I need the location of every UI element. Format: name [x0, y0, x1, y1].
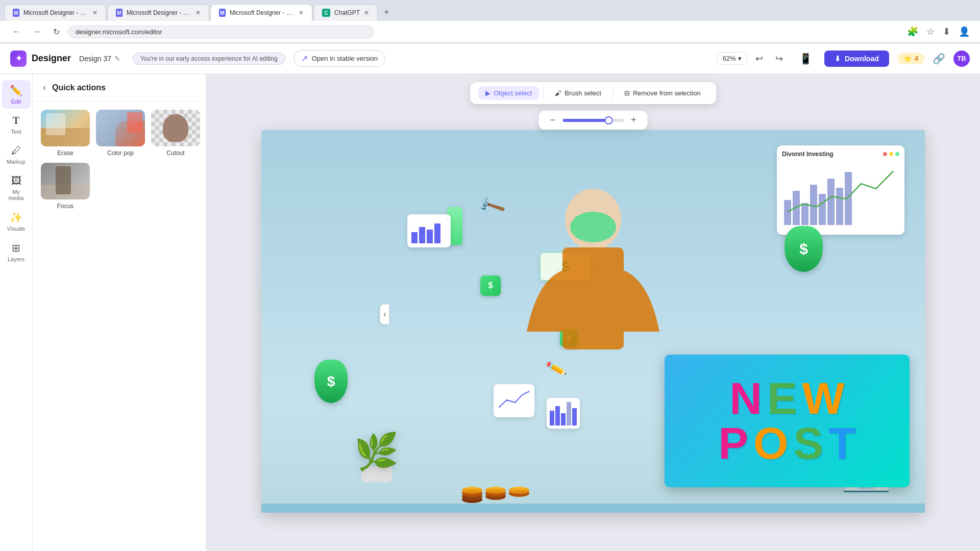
tool-cutout[interactable]: Cutout	[151, 110, 200, 157]
person-svg	[496, 168, 690, 500]
undo-button[interactable]: ↩	[751, 51, 767, 66]
brush-slider-fill	[562, 119, 608, 122]
sidebar-item-text[interactable]: T Text	[2, 111, 31, 139]
tab-2[interactable]: M Microsoft Designer - Stunning ✕	[107, 4, 209, 21]
tools-header: ‹ Quick actions	[33, 74, 206, 102]
brush-size-slider[interactable]	[562, 119, 624, 122]
app-name: Designer	[32, 53, 71, 64]
letter-s: S	[793, 421, 823, 466]
remove-selection-button[interactable]: ⊟ Remove from selection	[617, 86, 708, 100]
tab-favicon-4: C	[322, 9, 330, 17]
coin-stack-2	[485, 487, 506, 494]
tab-favicon-2: M	[116, 9, 122, 17]
bar-chart-card	[407, 214, 451, 247]
letter-o: O	[753, 421, 788, 466]
brush-decrease-button[interactable]: −	[547, 114, 558, 127]
url-text: designer.microsoft.com/editor	[76, 28, 162, 36]
tools-panel: ‹ Quick actions Erase	[33, 74, 206, 551]
tab-1[interactable]: M Microsoft Designer - Stunning ✕	[4, 4, 106, 21]
forward-button[interactable]: →	[29, 25, 45, 38]
zoom-area: 62% ▾ ↩ ↪	[717, 51, 787, 66]
tool-thumb-focus	[41, 163, 90, 199]
back-button[interactable]: ←	[8, 25, 24, 38]
open-stable-button[interactable]: ↗ Open in stable version	[293, 50, 385, 67]
tab-close-3[interactable]: ✕	[299, 9, 304, 16]
letter-p: P	[718, 421, 748, 466]
tab-bar: M Microsoft Designer - Stunning ✕ M Micr…	[0, 0, 980, 21]
tab-label-1: Microsoft Designer - Stunning	[23, 9, 88, 16]
tool-erase[interactable]: Erase	[41, 110, 90, 157]
brush-select-icon: 🖌	[555, 89, 561, 97]
download-history-icon[interactable]: ⬇	[941, 24, 952, 39]
new-post-line2: P O S T	[718, 421, 856, 466]
letter-n: N	[729, 376, 762, 421]
tab-close-1[interactable]: ✕	[92, 9, 97, 16]
money-bag-left: $	[314, 360, 353, 408]
sidebar-item-layers[interactable]: ⊞ Layers	[2, 238, 31, 266]
address-icons: 🧩 ☆ ⬇ 👤	[905, 24, 972, 39]
money-bag-right: $	[785, 226, 825, 277]
reload-button[interactable]: ↻	[49, 25, 64, 39]
extensions-icon[interactable]: 🧩	[905, 24, 920, 39]
object-select-button[interactable]: ▶ Object select	[478, 86, 539, 100]
zoom-selector[interactable]: 62% ▾	[717, 52, 747, 65]
tool-label-erase: Erase	[57, 149, 73, 157]
tools-back-button[interactable]: ‹	[43, 82, 46, 93]
object-select-icon: ▶	[485, 89, 491, 97]
sidebar-label-edit: Edit	[11, 98, 21, 105]
app-container: ✦ Designer Design 37 ✎ You're in our ear…	[0, 43, 980, 551]
profile-icon[interactable]: 👤	[957, 24, 972, 39]
sidebar-item-markup[interactable]: 🖊 Markup	[2, 141, 31, 169]
mymedia-icon: 🖼	[11, 175, 21, 187]
letter-w: W	[802, 376, 845, 421]
tab-close-2[interactable]: ✕	[195, 9, 201, 16]
brush-increase-button[interactable]: +	[628, 114, 640, 127]
mobile-preview-icon[interactable]: 📱	[795, 51, 816, 67]
sidebar-item-mymedia[interactable]: 🖼 My media	[2, 171, 31, 205]
tab-3[interactable]: M Microsoft Designer - Stunning ✕	[210, 4, 312, 21]
coin-stack-1	[462, 487, 482, 494]
points-value: 4	[915, 55, 918, 62]
download-label: Download	[845, 55, 879, 63]
sidebar-label-visuals: Visuals	[7, 226, 25, 232]
chart-area	[782, 161, 899, 227]
tool-thumb-erase	[41, 110, 90, 146]
sidebar-label-markup: Markup	[7, 159, 26, 165]
user-avatar[interactable]: TB	[953, 51, 970, 67]
investing-title: Divonnt Investing	[782, 151, 834, 158]
tab-4[interactable]: C ChatGPT ✕	[313, 4, 378, 21]
tool-label-cutout: Cutout	[166, 149, 184, 157]
tool-focus[interactable]: Focus	[41, 163, 90, 210]
avatar-initials: TB	[957, 55, 966, 62]
tools-grid: Erase Color pop Cutout	[33, 102, 206, 218]
tool-thumb-cutout	[151, 110, 200, 146]
designer-logo: ✦	[10, 51, 27, 67]
tool-label-focus: Focus	[57, 203, 74, 210]
top-bar: ✦ Designer Design 37 ✎ You're in our ear…	[0, 43, 980, 74]
new-tab-button[interactable]: +	[379, 4, 395, 21]
tool-label-colorpop: Color pop	[107, 149, 134, 157]
brush-toolbar: − +	[538, 111, 647, 130]
sidebar-label-mymedia: My media	[7, 189, 26, 201]
sidebar-item-visuals[interactable]: ✨ Visuals	[2, 207, 31, 236]
letter-t: T	[828, 421, 856, 466]
sidebar: ✏️ Edit T Text 🖊 Markup 🖼 My media ✨ Vis…	[0, 74, 33, 551]
collapse-panel-button[interactable]: ‹	[380, 304, 389, 324]
url-bar[interactable]: designer.microsoft.com/editor	[68, 26, 374, 38]
redo-button[interactable]: ↪	[771, 51, 787, 66]
potted-plant: 🌿	[354, 434, 399, 482]
design-name-area: Design 37 ✎	[79, 55, 120, 63]
zoom-value: 62%	[723, 55, 736, 62]
svg-rect-1	[562, 247, 624, 349]
panel-close-dot	[883, 152, 887, 156]
bookmark-icon[interactable]: ☆	[924, 24, 937, 39]
sidebar-item-edit[interactable]: ✏️ Edit	[2, 80, 31, 109]
tab-close-4[interactable]: ✕	[364, 9, 369, 16]
share-icon[interactable]: 🔗	[933, 53, 945, 65]
new-post-line1: N E W	[729, 376, 844, 421]
canvas-image: Divonnt Investing	[261, 130, 925, 513]
tool-colorpop[interactable]: Color pop	[96, 110, 145, 157]
download-button[interactable]: ⬇ Download	[824, 51, 889, 67]
brush-select-button[interactable]: 🖌 Brush select	[548, 86, 608, 100]
design-edit-icon[interactable]: ✎	[114, 55, 120, 63]
